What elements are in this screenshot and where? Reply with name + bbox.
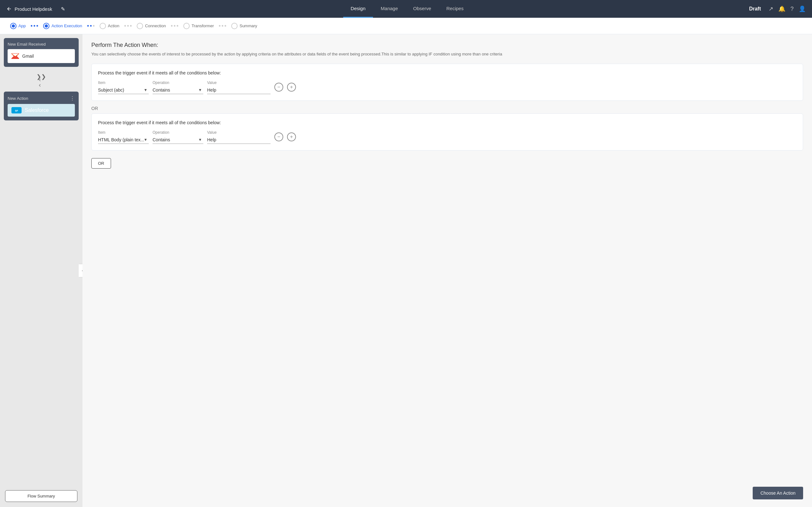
remove-condition-btn-2[interactable]: − — [274, 132, 283, 141]
item-select-wrapper-1: Subject (abc) ▼ — [98, 86, 149, 94]
step-circle-transformer — [183, 23, 190, 29]
external-link-icon[interactable]: ↗ — [768, 5, 773, 12]
operation-select-2[interactable]: Contains — [153, 136, 203, 144]
step-label-app: App — [18, 23, 26, 28]
back-button[interactable]: Product Helpdesk — [6, 6, 52, 12]
remove-condition-btn-1[interactable]: − — [274, 83, 283, 92]
action-card-menu-icon[interactable]: ⋮ — [70, 95, 75, 101]
item-col-label-1: Item — [98, 80, 149, 85]
step-circle-connection — [137, 23, 143, 29]
or-separator: OR — [91, 106, 803, 111]
add-condition-btn-2[interactable]: + — [287, 132, 296, 141]
sub-nav-app[interactable]: App — [6, 18, 30, 34]
condition-row-1: Item Subject (abc) ▼ Operation Contains — [98, 80, 797, 94]
value-input-1[interactable] — [207, 86, 270, 94]
tab-recipes[interactable]: Recipes — [439, 0, 471, 18]
tab-observe[interactable]: Observe — [406, 0, 439, 18]
step-dots-4 — [170, 25, 180, 26]
condition-block-2-label: Process the trigger event if it meets al… — [98, 120, 797, 125]
action-card-header: New Action ⋮ — [8, 95, 75, 101]
operation-col-label-2: Operation — [153, 130, 203, 135]
main-content: Perform The Action When: You can selecti… — [83, 34, 812, 507]
action-card: New Action ⋮ SF Salesforce — [4, 92, 79, 120]
or-button[interactable]: OR — [91, 158, 111, 169]
sub-nav-action-execution[interactable]: Action Execution — [39, 18, 86, 34]
step-circle-summary — [231, 23, 238, 29]
condition-block-1-label: Process the trigger event if it meets al… — [98, 70, 797, 75]
condition-block-1: Process the trigger event if it meets al… — [91, 64, 803, 101]
value-input-2[interactable] — [207, 136, 270, 144]
sub-nav: App Action Execution Action Connection T… — [0, 18, 812, 34]
tab-manage[interactable]: Manage — [373, 0, 405, 18]
value-col-1: Value — [207, 80, 270, 94]
trigger-app-name: Gmail — [22, 54, 34, 59]
operation-select-wrapper-2: Contains ▼ — [153, 136, 203, 144]
svg-text:SF: SF — [15, 109, 18, 112]
sidebar-toggle-button[interactable]: ‹ — [79, 264, 83, 277]
choose-action-button[interactable]: Choose An Action — [753, 487, 803, 499]
dot — [222, 25, 223, 26]
value-col-label-2: Value — [207, 130, 270, 135]
dot — [90, 25, 92, 26]
page-description: You can selectively choose the events of… — [91, 51, 803, 57]
user-icon[interactable]: 👤 — [799, 5, 806, 12]
operation-select-wrapper-1: Contains ▼ — [153, 86, 203, 94]
sidebar-spacer — [0, 124, 83, 490]
step-label-action: Action — [108, 23, 119, 28]
dot — [177, 25, 178, 26]
condition-block-2: Process the trigger event if it meets al… — [91, 113, 803, 151]
app-title: Product Helpdesk — [14, 6, 52, 12]
item-col-label-2: Item — [98, 130, 149, 135]
notification-icon[interactable]: 🔔 — [778, 5, 785, 12]
sidebar: New Email Received Gmail ❯❯ ⌄⌄ — [0, 34, 83, 507]
add-condition-btn-1[interactable]: + — [287, 83, 296, 92]
item-select-1[interactable]: Subject (abc) — [98, 86, 149, 94]
operation-col-label-1: Operation — [153, 80, 203, 85]
action-card-title: New Action — [8, 96, 28, 101]
tab-design[interactable]: Design — [343, 0, 373, 18]
item-col-1: Item Subject (abc) ▼ — [98, 80, 149, 94]
dot — [124, 25, 126, 26]
dot — [34, 25, 35, 26]
dot — [174, 25, 175, 26]
salesforce-icon: SF — [11, 107, 21, 113]
dot — [171, 25, 172, 26]
page-heading: Perform The Action When: — [91, 42, 803, 49]
gmail-icon — [11, 52, 19, 60]
dot — [219, 25, 220, 26]
help-icon[interactable]: ? — [791, 6, 794, 12]
item-col-2: Item HTML Body (plain tex... ▼ — [98, 130, 149, 144]
item-select-2[interactable]: HTML Body (plain tex... — [98, 136, 149, 144]
step-label-action-execution: Action Execution — [51, 23, 82, 28]
top-nav: Product Helpdesk ✎ Design Manage Observe… — [0, 0, 812, 18]
sub-nav-action[interactable]: Action — [96, 18, 123, 34]
value-col-2: Value — [207, 130, 270, 144]
edit-icon[interactable]: ✎ — [61, 6, 65, 12]
step-label-summary: Summary — [240, 23, 257, 28]
step-dots-2 — [86, 25, 96, 26]
action-card-item[interactable]: SF Salesforce — [8, 104, 75, 117]
dot — [87, 25, 89, 26]
dot — [37, 25, 38, 26]
value-col-label-1: Value — [207, 80, 270, 85]
action-app-name: Salesforce — [25, 107, 49, 113]
dot — [93, 25, 95, 26]
flow-summary-button[interactable]: Flow Summary — [5, 490, 78, 502]
operation-select-1[interactable]: Contains — [153, 86, 203, 94]
sub-nav-summary[interactable]: Summary — [227, 18, 261, 34]
main-layout: New Email Received Gmail ❯❯ ⌄⌄ — [0, 34, 812, 507]
dot — [130, 25, 132, 26]
draft-label: Draft — [749, 6, 761, 12]
sub-nav-connection[interactable]: Connection — [133, 18, 170, 34]
step-dots-1 — [30, 25, 39, 26]
dot — [224, 25, 226, 26]
dot — [31, 25, 32, 26]
step-circle-app — [10, 23, 16, 29]
condition-row-2: Item HTML Body (plain tex... ▼ Operation… — [98, 130, 797, 144]
step-circle-action — [100, 23, 106, 29]
sub-nav-transformer[interactable]: Transformer — [180, 18, 217, 34]
nav-icon-group: ↗ 🔔 ? 👤 — [768, 5, 806, 12]
step-circle-action-execution — [43, 23, 49, 29]
step-label-transformer: Transformer — [192, 23, 214, 28]
step-label-connection: Connection — [145, 23, 166, 28]
